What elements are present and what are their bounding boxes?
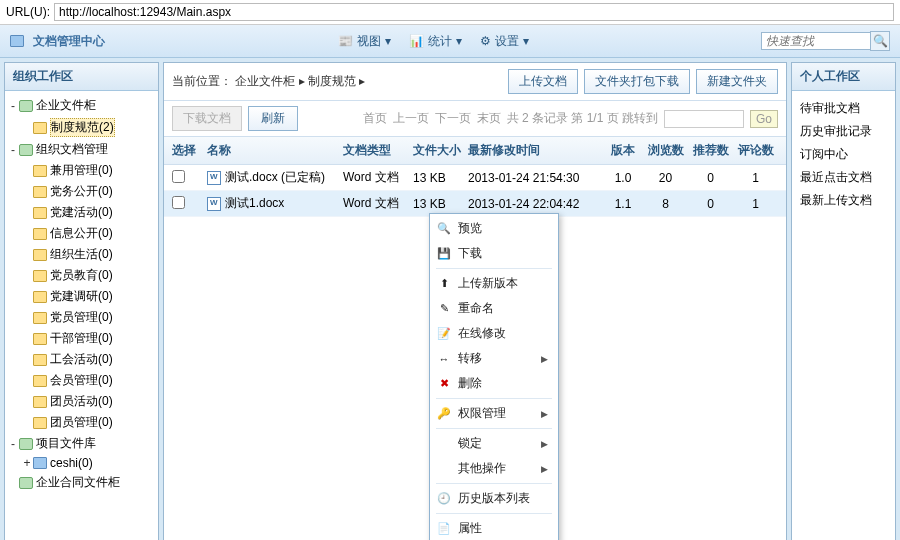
tree-node[interactable]: 兼用管理(0) — [7, 160, 156, 181]
tree-node[interactable]: 干部管理(0) — [7, 328, 156, 349]
right-link[interactable]: 最新上传文档 — [800, 189, 887, 212]
tree-label[interactable]: 工会活动(0) — [50, 351, 113, 368]
tree-node[interactable]: 组织生活(0) — [7, 244, 156, 265]
row-checkbox[interactable] — [172, 196, 185, 209]
file-name[interactable]: 测试.docx (已定稿) — [225, 169, 325, 186]
breadcrumb-label: 当前位置： — [172, 74, 232, 88]
menu-label: 预览 — [458, 220, 482, 237]
tool-view[interactable]: 📰 视图 ▾ — [338, 33, 391, 50]
menu-item[interactable]: ⬆上传新版本 — [432, 271, 556, 296]
right-link[interactable]: 最近点击文档 — [800, 166, 887, 189]
menu-icon: 🔑 — [436, 406, 452, 422]
tree-label[interactable]: 党建活动(0) — [50, 204, 113, 221]
tree-label[interactable]: 干部管理(0) — [50, 330, 113, 347]
search-input[interactable] — [761, 32, 871, 50]
folder-icon — [33, 165, 47, 177]
tree-node[interactable]: 党务公开(0) — [7, 181, 156, 202]
tree-label[interactable]: 制度规范(2) — [50, 118, 115, 137]
tree-node[interactable]: 党员管理(0) — [7, 307, 156, 328]
expand-icon[interactable]: - — [7, 437, 19, 451]
menu-item[interactable]: 🔍预览 — [432, 216, 556, 241]
tree-label[interactable]: 组织生活(0) — [50, 246, 113, 263]
tree-node[interactable]: 团员活动(0) — [7, 391, 156, 412]
breadcrumb-seg-0[interactable]: 企业文件柜 — [235, 74, 295, 88]
tree-node[interactable]: 党建活动(0) — [7, 202, 156, 223]
pager: 首页 上一页 下一页 末页 共 2 条记录 第 1/1 页 跳转到 Go — [363, 110, 778, 128]
menu-item[interactable]: 💾下载 — [432, 241, 556, 266]
menu-item[interactable]: 📄属性 — [432, 516, 556, 540]
col-comments[interactable]: 评论数 — [733, 142, 778, 159]
col-time[interactable]: 最新修改时间 — [468, 142, 603, 159]
table-row[interactable]: 测试.docx (已定稿)Word 文档13 KB2013-01-24 21:5… — [164, 165, 786, 191]
menu-separator — [436, 513, 552, 514]
col-views[interactable]: 浏览数 — [643, 142, 688, 159]
row-checkbox[interactable] — [172, 170, 185, 183]
col-name[interactable]: 名称 — [207, 142, 343, 159]
download-zip-button[interactable]: 文件夹打包下载 — [584, 69, 690, 94]
tree-node[interactable]: +ceshi(0) — [7, 454, 156, 472]
menu-item[interactable]: ✖删除 — [432, 371, 556, 396]
tree-label[interactable]: 党员教育(0) — [50, 267, 113, 284]
pager-jump-input[interactable] — [664, 110, 744, 128]
url-input[interactable] — [54, 3, 894, 21]
breadcrumb-seg-1[interactable]: 制度规范 — [308, 74, 356, 88]
menu-item[interactable]: 其他操作▶ — [432, 456, 556, 481]
tree-node[interactable]: -项目文件库 — [7, 433, 156, 454]
tree-node[interactable]: -组织文档管理 — [7, 139, 156, 160]
tree-node[interactable]: 工会活动(0) — [7, 349, 156, 370]
tree-label[interactable]: 企业合同文件柜 — [36, 474, 120, 491]
menu-label: 上传新版本 — [458, 275, 518, 292]
refresh-button[interactable]: 刷新 — [248, 106, 298, 131]
tree-label[interactable]: 组织文档管理 — [36, 141, 108, 158]
tool-stats[interactable]: 📊 统计 ▾ — [409, 33, 462, 50]
tool-settings[interactable]: ⚙ 设置 ▾ — [480, 33, 529, 50]
tree-label[interactable]: 企业文件柜 — [36, 97, 96, 114]
col-size[interactable]: 文件大小 — [413, 142, 468, 159]
tree-node[interactable]: -企业文件柜 — [7, 95, 156, 116]
tree-label[interactable]: 信息公开(0) — [50, 225, 113, 242]
tree-node[interactable]: 信息公开(0) — [7, 223, 156, 244]
col-select: 选择 — [172, 142, 207, 159]
menu-label: 权限管理 — [458, 405, 506, 422]
tree-label[interactable]: 项目文件库 — [36, 435, 96, 452]
col-type[interactable]: 文档类型 — [343, 142, 413, 159]
new-folder-button[interactable]: 新建文件夹 — [696, 69, 778, 94]
tree-label[interactable]: 党务公开(0) — [50, 183, 113, 200]
tree-node[interactable]: 党员教育(0) — [7, 265, 156, 286]
menu-item[interactable]: 📝在线修改 — [432, 321, 556, 346]
right-link[interactable]: 订阅中心 — [800, 143, 887, 166]
tree-node[interactable]: 企业合同文件柜 — [7, 472, 156, 493]
expand-icon[interactable]: - — [7, 143, 19, 157]
menu-item[interactable]: ↔转移▶ — [432, 346, 556, 371]
tree-node[interactable]: 党建调研(0) — [7, 286, 156, 307]
folder-icon — [33, 228, 47, 240]
cell-version: 1.1 — [603, 197, 643, 211]
search-button[interactable]: 🔍 — [870, 31, 890, 51]
tree-label[interactable]: 团员活动(0) — [50, 393, 113, 410]
tree-node[interactable]: 会员管理(0) — [7, 370, 156, 391]
expand-icon[interactable]: + — [21, 456, 33, 470]
tree-label[interactable]: 党建调研(0) — [50, 288, 113, 305]
menu-label: 其他操作 — [458, 460, 506, 477]
menu-item[interactable]: ✎重命名 — [432, 296, 556, 321]
tree-label[interactable]: ceshi(0) — [50, 456, 93, 470]
expand-icon[interactable]: - — [7, 99, 19, 113]
col-version[interactable]: 版本 — [603, 142, 643, 159]
pager-go-button[interactable]: Go — [750, 110, 778, 128]
tree-label[interactable]: 团员管理(0) — [50, 414, 113, 431]
menu-item[interactable]: 🕘历史版本列表 — [432, 486, 556, 511]
menu-item[interactable]: 锁定▶ — [432, 431, 556, 456]
right-link[interactable]: 待审批文档 — [800, 97, 887, 120]
tree-node[interactable]: 团员管理(0) — [7, 412, 156, 433]
right-links: 待审批文档历史审批记录订阅中心最近点击文档最新上传文档 — [792, 91, 895, 218]
file-name[interactable]: 测试1.docx — [225, 195, 284, 212]
tree-label[interactable]: 兼用管理(0) — [50, 162, 113, 179]
tree-label[interactable]: 党员管理(0) — [50, 309, 113, 326]
col-recs[interactable]: 推荐数 — [688, 142, 733, 159]
right-link[interactable]: 历史审批记录 — [800, 120, 887, 143]
tree-label[interactable]: 会员管理(0) — [50, 372, 113, 389]
folder-icon — [33, 396, 47, 408]
upload-button[interactable]: 上传文档 — [508, 69, 578, 94]
menu-item[interactable]: 🔑权限管理▶ — [432, 401, 556, 426]
tree-node[interactable]: 制度规范(2) — [7, 116, 156, 139]
